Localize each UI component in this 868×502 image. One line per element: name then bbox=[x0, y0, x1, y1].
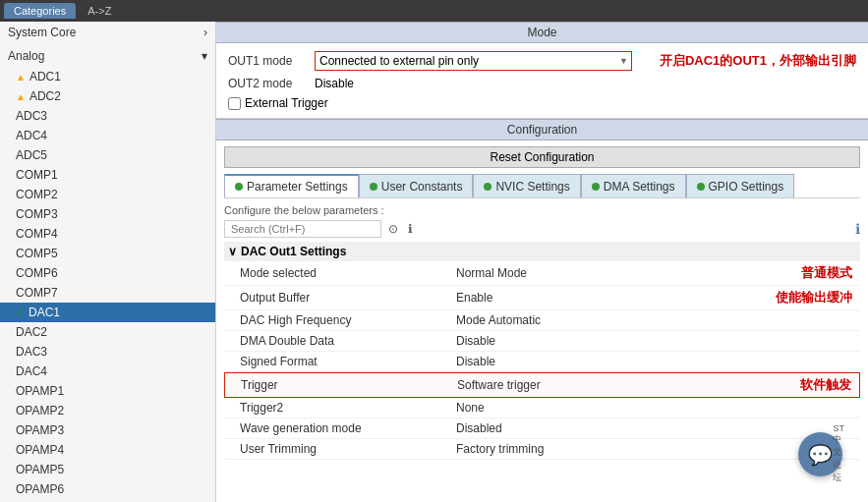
check-icon-dac1: ✓ bbox=[16, 307, 25, 319]
tab-nvic-settings[interactable]: NVIC Settings bbox=[473, 174, 580, 197]
tab-dma-settings[interactable]: DMA Settings bbox=[581, 174, 686, 197]
mode-section-title: Mode bbox=[216, 22, 868, 43]
dac4-label: DAC4 bbox=[16, 364, 47, 378]
param-row-output-buffer: Output Buffer Enable 使能输出缓冲 bbox=[224, 286, 860, 310]
tab-categories[interactable]: Categories bbox=[4, 3, 76, 19]
param-name-mode-selected: Mode selected bbox=[240, 266, 456, 280]
search-info-icon[interactable]: ℹ bbox=[405, 221, 416, 237]
sidebar-item-dac1[interactable]: ✓ DAC1 bbox=[0, 303, 215, 322]
param-value-user-trimming: Factory trimming bbox=[456, 442, 852, 456]
param-name-trigger2: Trigger2 bbox=[240, 401, 456, 415]
tab-user-label: User Constants bbox=[381, 180, 463, 194]
sidebar-item-adc1[interactable]: ▲ ADC1 bbox=[0, 67, 215, 86]
sidebar-item-adc5[interactable]: ADC5 bbox=[0, 145, 215, 165]
tab-gpio-label: GPIO Settings bbox=[709, 180, 784, 194]
param-value-dma-double-data: Disable bbox=[456, 334, 852, 348]
adc4-label: ADC4 bbox=[16, 129, 47, 142]
sidebar-item-comp3[interactable]: COMP3 bbox=[0, 204, 215, 224]
info-icon-params: ℹ bbox=[855, 221, 860, 237]
analog-items: ▲ ADC1 ▲ ADC2 ADC3 ADC4 ADC5 COMP1 COMP2… bbox=[0, 67, 215, 499]
tab-param-label: Parameter Settings bbox=[247, 180, 348, 194]
opamp4-label: OPAMP4 bbox=[16, 443, 64, 457]
param-name-dac-high-freq: DAC High Frequency bbox=[240, 313, 456, 327]
dac2-label: DAC2 bbox=[16, 325, 47, 339]
comp6-label: COMP6 bbox=[16, 266, 58, 280]
sidebar-item-opamp3[interactable]: OPAMP3 bbox=[0, 420, 215, 440]
param-value-dac-high-freq: Mode Automatic bbox=[456, 313, 852, 327]
param-row-dac-high-freq: DAC High Frequency Mode Automatic bbox=[224, 310, 860, 331]
param-row-trigger: Trigger Software trigger 软件触发 bbox=[224, 372, 860, 398]
search-icons: ⊙ ℹ bbox=[385, 221, 416, 237]
chat-icon: 💬 bbox=[808, 443, 833, 467]
tab-parameter-settings[interactable]: Parameter Settings bbox=[224, 174, 359, 197]
param-row-trigger2: Trigger2 None bbox=[224, 398, 860, 418]
sidebar-item-opamp6[interactable]: OPAMP6 bbox=[0, 479, 215, 499]
annotation-output-buffer: 使能输出缓冲 bbox=[776, 289, 852, 307]
sidebar-item-adc3[interactable]: ADC3 bbox=[0, 106, 215, 126]
param-name-dma-double-data: DMA Double Data bbox=[240, 334, 456, 348]
sidebar-item-adc2[interactable]: ▲ ADC2 bbox=[0, 86, 215, 106]
out2-mode-row: OUT2 mode Disable bbox=[228, 77, 856, 90]
out1-mode-label: OUT1 mode bbox=[228, 54, 307, 68]
search-filter-icon[interactable]: ⊙ bbox=[385, 221, 401, 237]
analog-label: Analog bbox=[8, 49, 44, 63]
comp5-label: COMP5 bbox=[16, 247, 58, 260]
sidebar-item-comp6[interactable]: COMP6 bbox=[0, 263, 215, 283]
param-group-label: DAC Out1 Settings bbox=[241, 245, 346, 258]
param-value-trigger2: None bbox=[456, 401, 852, 415]
comp2-label: COMP2 bbox=[16, 188, 58, 201]
tab-dot-dma bbox=[592, 183, 600, 191]
tab-atoz[interactable]: A->Z bbox=[78, 3, 121, 19]
annotation-mode-selected: 普通模式 bbox=[801, 264, 852, 282]
out1-mode-select-wrapper: Connected to external pin only Disable bbox=[315, 51, 632, 71]
sidebar-item-comp7[interactable]: COMP7 bbox=[0, 283, 215, 303]
search-input[interactable] bbox=[224, 220, 381, 238]
out1-mode-select[interactable]: Connected to external pin only Disable bbox=[315, 51, 632, 71]
sidebar-item-opamp1[interactable]: OPAMP1 bbox=[0, 381, 215, 401]
param-row-wave-gen: Wave generation mode Disabled bbox=[224, 418, 860, 439]
tab-dma-label: DMA Settings bbox=[604, 180, 675, 194]
config-body: Reset Configuration Parameter Settings U… bbox=[216, 140, 868, 502]
param-row-dma-double-data: DMA Double Data Disable bbox=[224, 331, 860, 352]
sidebar-item-comp1[interactable]: COMP1 bbox=[0, 165, 215, 185]
dac1-label: DAC1 bbox=[29, 306, 60, 319]
sidebar-item-opamp2[interactable]: OPAMP2 bbox=[0, 401, 215, 420]
param-row-user-trimming: User Trimming Factory trimming bbox=[224, 439, 860, 460]
sidebar-group-header-system-core[interactable]: System Core › bbox=[0, 22, 215, 43]
external-trigger-label: External Trigger bbox=[245, 96, 328, 110]
sidebar-item-comp4[interactable]: COMP4 bbox=[0, 224, 215, 244]
comp3-label: COMP3 bbox=[16, 207, 58, 221]
sidebar-item-dac4[interactable]: DAC4 bbox=[0, 362, 215, 381]
app-container: Categories A->Z System Core › Analog ▾ bbox=[0, 0, 868, 502]
sidebar-item-adc4[interactable]: ADC4 bbox=[0, 126, 215, 145]
analog-arrow: ▾ bbox=[202, 49, 207, 63]
tab-gpio-settings[interactable]: GPIO Settings bbox=[686, 174, 795, 197]
config-tabs: Parameter Settings User Constants NVIC S… bbox=[224, 174, 860, 198]
sidebar-item-dac3[interactable]: DAC3 bbox=[0, 342, 215, 362]
tab-dot-user bbox=[370, 183, 377, 191]
reset-config-button[interactable]: Reset Configuration bbox=[224, 146, 860, 168]
sidebar-item-dac2[interactable]: DAC2 bbox=[0, 322, 215, 342]
sidebar-group-analog: Analog ▾ ▲ ADC1 ▲ ADC2 ADC3 ADC4 ADC5 bbox=[0, 45, 215, 499]
sidebar-item-opamp5[interactable]: OPAMP5 bbox=[0, 460, 215, 479]
external-trigger-checkbox[interactable] bbox=[228, 97, 241, 110]
param-row-mode-selected: Mode selected Normal Mode 普通模式 bbox=[224, 261, 860, 286]
sidebar-item-comp5[interactable]: COMP5 bbox=[0, 244, 215, 263]
mode-section: Mode OUT1 mode Connected to external pin… bbox=[216, 22, 868, 119]
sidebar-group-header-analog[interactable]: Analog ▾ bbox=[0, 45, 215, 67]
tab-user-constants[interactable]: User Constants bbox=[359, 174, 474, 197]
out1-mode-row: OUT1 mode Connected to external pin only… bbox=[228, 51, 856, 71]
system-core-label: System Core bbox=[8, 26, 76, 39]
tab-dot-nvic bbox=[484, 183, 492, 191]
expand-icon: ∨ bbox=[228, 245, 237, 258]
sidebar-item-comp2[interactable]: COMP2 bbox=[0, 185, 215, 204]
opamp6-label: OPAMP6 bbox=[16, 482, 64, 496]
tab-dot-param bbox=[235, 183, 243, 191]
sidebar-item-opamp4[interactable]: OPAMP4 bbox=[0, 440, 215, 460]
system-core-arrow: › bbox=[203, 26, 207, 39]
param-value-trigger: Software trigger bbox=[457, 378, 781, 392]
param-group-dac-out1[interactable]: ∨ DAC Out1 Settings bbox=[224, 242, 860, 261]
adc3-label: ADC3 bbox=[16, 109, 47, 123]
adc1-label: ADC1 bbox=[29, 70, 61, 84]
param-row-signed-format: Signed Format Disable bbox=[224, 352, 860, 372]
